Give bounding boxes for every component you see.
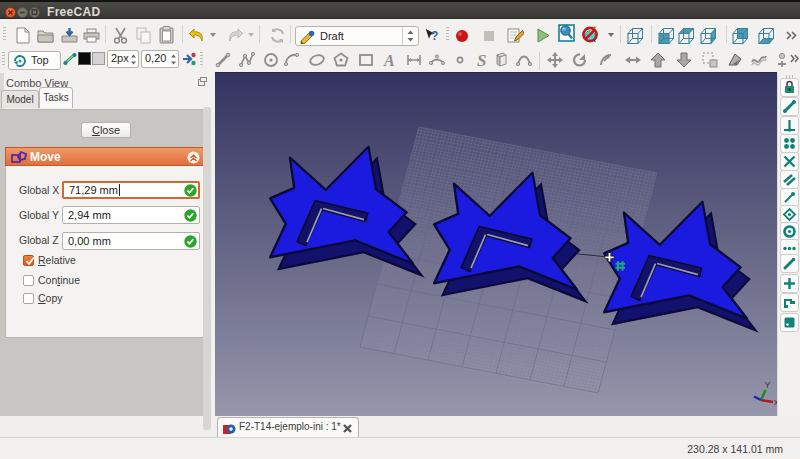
svg-text:S: S <box>477 52 486 68</box>
svg-text:Y: Y <box>765 380 771 390</box>
svg-text:?: ? <box>431 29 438 43</box>
svg-text:A: A <box>383 52 395 68</box>
